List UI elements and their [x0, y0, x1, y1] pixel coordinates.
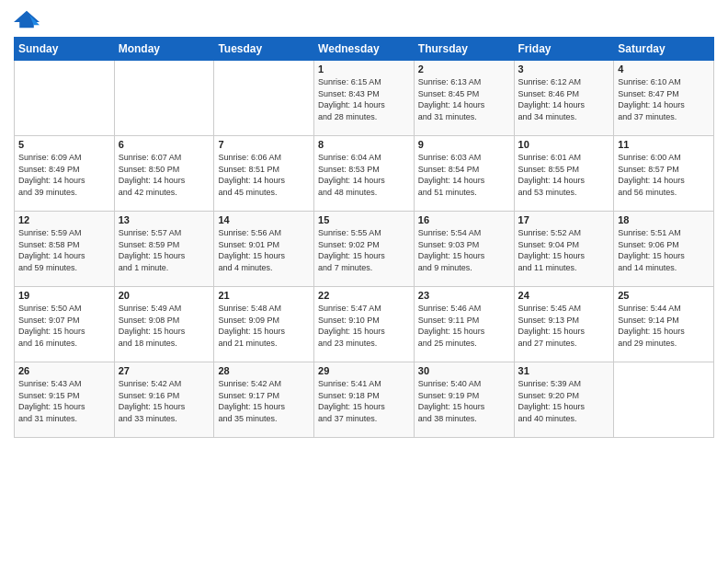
- calendar-cell: 1Sunrise: 6:15 AM Sunset: 8:43 PM Daylig…: [314, 61, 415, 136]
- day-info: Sunrise: 5:44 AM Sunset: 9:14 PM Dayligh…: [618, 303, 710, 349]
- calendar-cell: 18Sunrise: 5:51 AM Sunset: 9:06 PM Dayli…: [614, 212, 714, 287]
- calendar-cell: 28Sunrise: 5:42 AM Sunset: 9:17 PM Dayli…: [214, 362, 314, 438]
- weekday-header-row: SundayMondayTuesdayWednesdayThursdayFrid…: [15, 38, 714, 61]
- day-info: Sunrise: 5:42 AM Sunset: 9:16 PM Dayligh…: [119, 378, 210, 424]
- logo-icon: [14, 9, 40, 29]
- calendar-cell: [15, 61, 115, 136]
- day-number: 3: [518, 63, 610, 75]
- weekday-header: Thursday: [414, 38, 514, 61]
- calendar-cell: 12Sunrise: 5:59 AM Sunset: 8:58 PM Dayli…: [15, 212, 115, 287]
- calendar-cell: 21Sunrise: 5:48 AM Sunset: 9:09 PM Dayli…: [214, 287, 314, 362]
- day-info: Sunrise: 6:12 AM Sunset: 8:46 PM Dayligh…: [518, 76, 610, 122]
- day-number: 24: [518, 290, 610, 301]
- calendar-cell: 2Sunrise: 6:13 AM Sunset: 8:45 PM Daylig…: [414, 61, 514, 136]
- day-number: 19: [18, 290, 110, 301]
- day-info: Sunrise: 6:00 AM Sunset: 8:57 PM Dayligh…: [618, 152, 710, 198]
- day-info: Sunrise: 6:04 AM Sunset: 8:53 PM Dayligh…: [318, 152, 410, 198]
- calendar-cell: 29Sunrise: 5:41 AM Sunset: 9:18 PM Dayli…: [314, 362, 415, 438]
- calendar-cell: 26Sunrise: 5:43 AM Sunset: 9:15 PM Dayli…: [15, 362, 115, 438]
- day-number: 17: [518, 214, 610, 225]
- day-number: 10: [518, 139, 610, 150]
- day-info: Sunrise: 6:06 AM Sunset: 8:51 PM Dayligh…: [218, 152, 310, 198]
- calendar-cell: 3Sunrise: 6:12 AM Sunset: 8:46 PM Daylig…: [514, 61, 614, 136]
- weekday-header: Monday: [114, 38, 214, 61]
- day-info: Sunrise: 6:13 AM Sunset: 8:45 PM Dayligh…: [418, 76, 510, 122]
- day-number: 25: [618, 290, 710, 301]
- calendar-week-row: 5Sunrise: 6:09 AM Sunset: 8:49 PM Daylig…: [15, 136, 714, 212]
- calendar-cell: 30Sunrise: 5:40 AM Sunset: 9:19 PM Dayli…: [414, 362, 514, 438]
- calendar-cell: 6Sunrise: 6:07 AM Sunset: 8:50 PM Daylig…: [114, 136, 214, 212]
- calendar-cell: 8Sunrise: 6:04 AM Sunset: 8:53 PM Daylig…: [314, 136, 415, 212]
- day-number: 6: [119, 139, 210, 150]
- day-info: Sunrise: 5:45 AM Sunset: 9:13 PM Dayligh…: [518, 303, 610, 349]
- calendar-cell: [214, 61, 314, 136]
- weekday-header: Wednesday: [314, 38, 415, 61]
- calendar-cell: 9Sunrise: 6:03 AM Sunset: 8:54 PM Daylig…: [414, 136, 514, 212]
- day-number: 1: [318, 63, 410, 75]
- day-info: Sunrise: 5:52 AM Sunset: 9:04 PM Dayligh…: [518, 227, 610, 273]
- calendar-cell: 14Sunrise: 5:56 AM Sunset: 9:01 PM Dayli…: [214, 212, 314, 287]
- day-info: Sunrise: 6:03 AM Sunset: 8:54 PM Dayligh…: [418, 152, 510, 198]
- day-info: Sunrise: 5:46 AM Sunset: 9:11 PM Dayligh…: [418, 303, 510, 349]
- day-info: Sunrise: 6:09 AM Sunset: 8:49 PM Dayligh…: [18, 152, 110, 198]
- day-number: 26: [18, 365, 110, 376]
- calendar-cell: 27Sunrise: 5:42 AM Sunset: 9:16 PM Dayli…: [114, 362, 214, 438]
- day-number: 9: [418, 139, 510, 150]
- day-info: Sunrise: 5:48 AM Sunset: 9:09 PM Dayligh…: [218, 303, 310, 349]
- calendar-week-row: 1Sunrise: 6:15 AM Sunset: 8:43 PM Daylig…: [15, 61, 714, 136]
- calendar-week-row: 19Sunrise: 5:50 AM Sunset: 9:07 PM Dayli…: [15, 287, 714, 362]
- calendar-cell: [614, 362, 714, 438]
- day-info: Sunrise: 5:57 AM Sunset: 8:59 PM Dayligh…: [119, 227, 210, 273]
- day-number: 4: [618, 63, 710, 75]
- weekday-header: Saturday: [614, 38, 714, 61]
- day-info: Sunrise: 5:59 AM Sunset: 8:58 PM Dayligh…: [18, 227, 110, 273]
- calendar-cell: 24Sunrise: 5:45 AM Sunset: 9:13 PM Dayli…: [514, 287, 614, 362]
- day-number: 21: [218, 290, 310, 301]
- day-number: 11: [618, 139, 710, 150]
- calendar-cell: 31Sunrise: 5:39 AM Sunset: 9:20 PM Dayli…: [514, 362, 614, 438]
- calendar-cell: 17Sunrise: 5:52 AM Sunset: 9:04 PM Dayli…: [514, 212, 614, 287]
- calendar-cell: 23Sunrise: 5:46 AM Sunset: 9:11 PM Dayli…: [414, 287, 514, 362]
- day-number: 30: [418, 365, 510, 376]
- day-number: 16: [418, 214, 510, 225]
- day-info: Sunrise: 5:54 AM Sunset: 9:03 PM Dayligh…: [418, 227, 510, 273]
- page: SundayMondayTuesdayWednesdayThursdayFrid…: [0, 0, 728, 563]
- calendar-cell: 16Sunrise: 5:54 AM Sunset: 9:03 PM Dayli…: [414, 212, 514, 287]
- day-info: Sunrise: 6:07 AM Sunset: 8:50 PM Dayligh…: [119, 152, 210, 198]
- calendar-cell: 4Sunrise: 6:10 AM Sunset: 8:47 PM Daylig…: [614, 61, 714, 136]
- day-info: Sunrise: 5:55 AM Sunset: 9:02 PM Dayligh…: [318, 227, 410, 273]
- day-number: 31: [518, 365, 610, 376]
- day-number: 20: [119, 290, 210, 301]
- calendar-week-row: 26Sunrise: 5:43 AM Sunset: 9:15 PM Dayli…: [15, 362, 714, 438]
- day-number: 29: [318, 365, 410, 376]
- day-number: 15: [318, 214, 410, 225]
- calendar-cell: [114, 61, 214, 136]
- day-info: Sunrise: 5:43 AM Sunset: 9:15 PM Dayligh…: [18, 378, 110, 424]
- calendar-cell: 20Sunrise: 5:49 AM Sunset: 9:08 PM Dayli…: [114, 287, 214, 362]
- day-number: 13: [119, 214, 210, 225]
- day-number: 23: [418, 290, 510, 301]
- calendar-cell: 7Sunrise: 6:06 AM Sunset: 8:51 PM Daylig…: [214, 136, 314, 212]
- calendar-cell: 5Sunrise: 6:09 AM Sunset: 8:49 PM Daylig…: [15, 136, 115, 212]
- day-info: Sunrise: 5:50 AM Sunset: 9:07 PM Dayligh…: [18, 303, 110, 349]
- calendar-cell: 25Sunrise: 5:44 AM Sunset: 9:14 PM Dayli…: [614, 287, 714, 362]
- calendar-cell: 15Sunrise: 5:55 AM Sunset: 9:02 PM Dayli…: [314, 212, 415, 287]
- day-info: Sunrise: 5:56 AM Sunset: 9:01 PM Dayligh…: [218, 227, 310, 273]
- day-info: Sunrise: 5:51 AM Sunset: 9:06 PM Dayligh…: [618, 227, 710, 273]
- day-number: 18: [618, 214, 710, 225]
- calendar-cell: 11Sunrise: 6:00 AM Sunset: 8:57 PM Dayli…: [614, 136, 714, 212]
- weekday-header: Friday: [514, 38, 614, 61]
- day-info: Sunrise: 5:47 AM Sunset: 9:10 PM Dayligh…: [318, 303, 410, 349]
- calendar-table: SundayMondayTuesdayWednesdayThursdayFrid…: [14, 37, 714, 438]
- day-info: Sunrise: 6:10 AM Sunset: 8:47 PM Dayligh…: [618, 76, 710, 122]
- day-info: Sunrise: 5:40 AM Sunset: 9:19 PM Dayligh…: [418, 378, 510, 424]
- day-number: 27: [119, 365, 210, 376]
- day-number: 14: [218, 214, 310, 225]
- weekday-header: Sunday: [15, 38, 115, 61]
- calendar-week-row: 12Sunrise: 5:59 AM Sunset: 8:58 PM Dayli…: [15, 212, 714, 287]
- day-info: Sunrise: 5:39 AM Sunset: 9:20 PM Dayligh…: [518, 378, 610, 424]
- day-number: 2: [418, 63, 510, 75]
- day-info: Sunrise: 5:41 AM Sunset: 9:18 PM Dayligh…: [318, 378, 410, 424]
- day-number: 8: [318, 139, 410, 150]
- day-info: Sunrise: 5:42 AM Sunset: 9:17 PM Dayligh…: [218, 378, 310, 424]
